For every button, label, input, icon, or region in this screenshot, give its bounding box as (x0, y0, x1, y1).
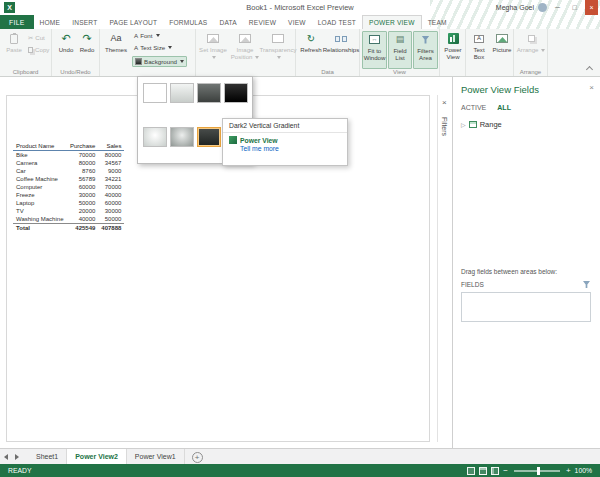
normal-view-icon[interactable] (467, 467, 475, 475)
close-button[interactable]: × (585, 0, 598, 15)
fields-tab-all[interactable]: ALL (497, 104, 511, 111)
image-position-button[interactable]: Image Position (229, 31, 261, 60)
filters-pane-collapsed[interactable]: × Filters (437, 95, 452, 442)
swatch-row-1 (143, 83, 248, 103)
filters-pane-label[interactable]: Filters (441, 117, 448, 136)
transparency-button[interactable]: Transparency (263, 31, 293, 60)
sheet-tab-sheet1[interactable]: Sheet1 (28, 449, 67, 464)
group-view: ↔ Fit to Window ▤ Field List Filters Are… (360, 29, 440, 76)
paste-icon (10, 34, 18, 44)
text-size-icon: A (134, 44, 138, 51)
report-table[interactable]: Product Name Purchase Sales Bike70000800… (13, 142, 124, 232)
tell-me-more-link[interactable]: Tell me more (240, 145, 341, 152)
tab-review[interactable]: REVIEW (243, 15, 282, 29)
column-header[interactable]: Product Name (13, 142, 67, 151)
fields-tab-active[interactable]: ACTIVE (461, 104, 486, 111)
arrange-icon (528, 35, 535, 42)
tab-load-test[interactable]: LOAD TEST (312, 15, 362, 29)
cut-button[interactable]: ✂ Cut (26, 33, 47, 42)
gallery-tooltip: Dark2 Vertical Gradient Power View Tell … (222, 118, 348, 166)
group-power-view: Power View (440, 29, 466, 76)
tab-formulas[interactable]: FORMULAS (163, 15, 213, 29)
column-header[interactable]: Sales (98, 142, 124, 151)
relationships-button[interactable]: Relationships (324, 31, 358, 53)
redo-button[interactable]: ↷ Redo (77, 31, 97, 53)
user-name[interactable]: Megha Goel (496, 4, 534, 11)
fit-to-window-icon: ↔ (369, 35, 380, 44)
column-header[interactable]: Purchase (67, 142, 98, 151)
background-button[interactable]: Background (132, 56, 187, 67)
status-bar: READY − + 100% (0, 464, 600, 477)
sheet-tab-power-view2[interactable]: Power View2 (67, 449, 127, 464)
field-item-range[interactable]: ▷ Range (461, 120, 592, 129)
avatar[interactable] (538, 3, 547, 12)
group-themes: Aa Themes A Font A Text Size Background (100, 29, 196, 76)
sheet-nav-prev[interactable] (0, 449, 11, 464)
undo-button[interactable]: ↶ Undo (56, 31, 76, 53)
refresh-button[interactable]: ↻ Refresh (298, 31, 324, 53)
set-image-button[interactable]: Set Image (199, 31, 227, 60)
background-swatch[interactable] (143, 83, 167, 103)
themes-button[interactable]: Aa Themes (103, 31, 129, 53)
zoom-out-button[interactable]: − (503, 467, 508, 475)
tab-insert[interactable]: INSERT (66, 15, 103, 29)
dropdown-arrow-icon (212, 56, 216, 59)
tab-page-layout[interactable]: PAGE LAYOUT (103, 15, 163, 29)
arrange-button[interactable]: Arrange (516, 31, 546, 53)
power-view-help-icon (229, 136, 237, 144)
dropdown-arrow-icon (180, 60, 184, 63)
background-swatch[interactable] (170, 127, 194, 147)
sheet-tab-power-view1[interactable]: Power View1 (127, 449, 185, 464)
background-swatch[interactable] (197, 83, 221, 103)
insert-picture-button[interactable]: Picture (491, 31, 513, 53)
cut-icon: ✂ (28, 34, 33, 41)
minimize-button[interactable]: ─ (551, 0, 564, 15)
page-break-view-icon[interactable] (491, 467, 499, 475)
field-list-button[interactable]: ▤ Field List (388, 31, 412, 69)
text-box-button[interactable]: A Text Box (468, 31, 490, 60)
copy-button[interactable]: Copy (26, 45, 51, 54)
arrange-group-label: Arrange (514, 69, 547, 75)
add-sheet-button[interactable]: + (192, 452, 203, 463)
background-swatch[interactable] (143, 127, 167, 147)
tab-view[interactable]: VIEW (282, 15, 312, 29)
paste-button[interactable]: Paste (3, 31, 25, 53)
zoom-slider-handle[interactable] (537, 467, 540, 475)
fit-to-window-button[interactable]: ↔ Fit to Window (362, 31, 387, 69)
tab-home[interactable]: HOME (34, 15, 67, 29)
background-swatch[interactable] (224, 83, 248, 103)
background-swatch[interactable] (197, 127, 221, 147)
background-icon (135, 58, 142, 65)
zoom-level[interactable]: 100% (575, 467, 592, 474)
table-row: TV2000030000 (13, 207, 124, 215)
table-row: Freeze3000040000 (13, 191, 124, 199)
tab-file[interactable]: FILE (0, 15, 34, 29)
text-size-button[interactable]: A Text Size (132, 43, 174, 52)
zoom-slider[interactable] (514, 470, 560, 472)
filters-close-icon[interactable]: × (442, 98, 447, 107)
power-view-button[interactable]: Power View (442, 31, 464, 60)
font-button[interactable]: A Font (132, 31, 162, 40)
window-title: Book1 - Microsoft Excel Preview (246, 3, 354, 12)
table-header-row: Product Name Purchase Sales (13, 142, 124, 151)
page-layout-view-icon[interactable] (479, 467, 487, 475)
filters-area-button[interactable]: Filters Area (413, 31, 438, 69)
table-field-icon (469, 121, 477, 128)
group-clipboard: Paste ✂ Cut Copy Clipboard (0, 29, 52, 76)
tab-team[interactable]: TEAM (422, 15, 453, 29)
expand-triangle-icon[interactable]: ▷ (461, 121, 466, 128)
collapse-ribbon-icon[interactable] (586, 66, 593, 73)
undo-redo-group-label: Undo/Redo (52, 69, 99, 75)
tab-data[interactable]: DATA (213, 15, 242, 29)
power-view-icon (448, 33, 459, 44)
sheet-nav-next[interactable] (11, 449, 22, 464)
refresh-icon: ↻ (307, 32, 315, 45)
panel-title: Power View Fields (461, 84, 592, 95)
zoom-in-button[interactable]: + (566, 467, 571, 475)
background-swatch[interactable] (170, 83, 194, 103)
maximize-button[interactable]: □ (568, 0, 581, 15)
fields-drop-area[interactable] (461, 292, 591, 322)
panel-close-icon[interactable]: × (589, 83, 594, 92)
text-box-icon: A (474, 35, 484, 43)
tab-power-view[interactable]: POWER VIEW (362, 15, 422, 29)
